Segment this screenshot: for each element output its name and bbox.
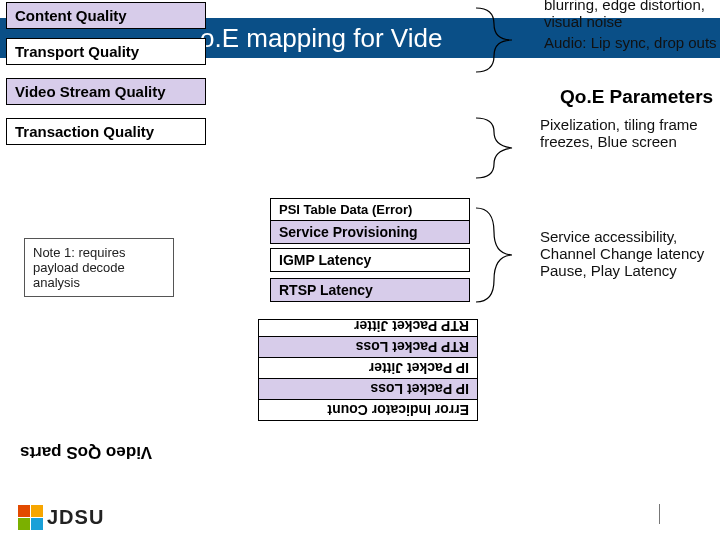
rtp-packet-jitter-box: RTP Packet Jitter [258, 319, 478, 337]
ip-packet-jitter-box: IP Packet Jitter [258, 357, 478, 379]
psi-table-box: PSI Table Data (Error) [270, 198, 470, 221]
footer-tick [659, 504, 660, 524]
rtp-packet-loss-box: RTP Packet Loss [258, 336, 478, 358]
video-stream-quality-box: Video Stream Quality [6, 78, 206, 105]
jdsu-logo: JDSU [18, 505, 104, 530]
igmp-latency-box: IGMP Latency [270, 248, 470, 272]
transaction-quality-box: Transaction Quality [6, 118, 206, 145]
logo-text: JDSU [47, 506, 104, 529]
transport-quality-box: Transport Quality [6, 38, 206, 65]
rtsp-latency-box: RTSP Latency [270, 278, 470, 302]
brace-top-icon [474, 0, 544, 80]
right-service-text: Service accessibility, Channel Change la… [540, 228, 716, 279]
ip-packet-loss-box: IP Packet Loss [258, 378, 478, 400]
content-quality-box: Content Quality [6, 2, 206, 29]
brace-service-icon [474, 200, 544, 310]
right-blurring-text: blurring, edge distortion, visual noise [544, 0, 720, 30]
qoe-parameters-header: Qo.E Parameters [560, 86, 713, 108]
right-pixelization-text: Pixelization, tiling frame freezes, Blue… [540, 116, 716, 150]
video-qos-parts-label: Video QoS parts [20, 442, 152, 462]
service-provisioning-box: Service Provisioning [270, 220, 470, 244]
note-box: Note 1: requires payload decode analysis [24, 238, 174, 297]
right-audio-text: Audio: Lip sync, drop outs [544, 34, 720, 51]
brace-pixel-icon [474, 112, 544, 184]
err-indicator-box: Error Indicator Count [258, 399, 478, 421]
logo-squares-icon [18, 505, 43, 530]
